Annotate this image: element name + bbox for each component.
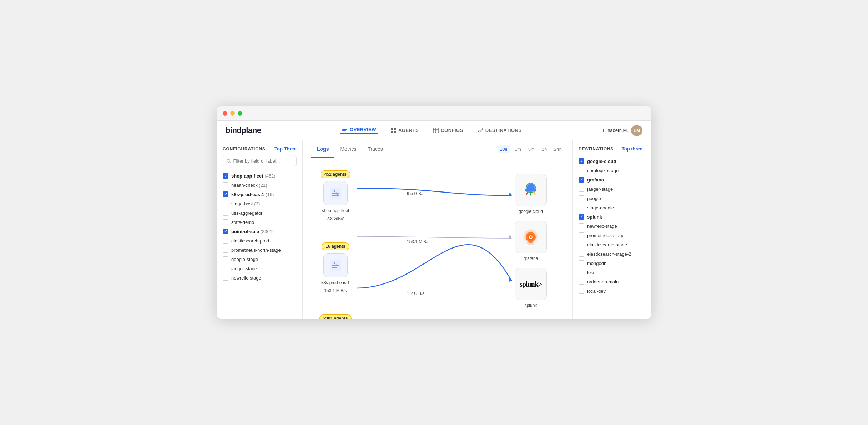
destinations-top-three-link[interactable]: Top three - xyxy=(622,146,645,152)
checkbox-uss-aggregator[interactable] xyxy=(223,210,228,216)
minimize-button[interactable] xyxy=(230,111,235,116)
dest-checkbox-newrelic-stage[interactable] xyxy=(579,223,584,229)
dest-checkbox-prometheus-stage[interactable] xyxy=(579,232,584,238)
checkbox-stats-demo[interactable] xyxy=(223,219,228,225)
time-controls: 10s 1m 5m 1h 24h xyxy=(498,145,564,153)
source-label-shop-app-fleet: shop-app-fleet xyxy=(322,208,349,213)
config-item-k8s-prod-east1[interactable]: k8s-prod-east1 (16) xyxy=(223,190,297,199)
splunk-logo-text: splunk> xyxy=(520,280,542,288)
right-sidebar: DESTINATIONS Top three - google-cloud co… xyxy=(572,140,651,319)
checkbox-newrelic-stage[interactable] xyxy=(223,275,228,281)
nav-destinations[interactable]: DESTINATIONS xyxy=(476,128,523,133)
destinations-column: google cloud xyxy=(508,170,554,308)
dest-item-grafana[interactable]: grafana xyxy=(579,175,645,184)
svg-rect-3 xyxy=(391,128,393,130)
source-k8s-prod-east1: 16 agents xyxy=(314,242,357,293)
checkbox-health-check[interactable] xyxy=(223,182,228,188)
dest-checkbox-elasticsearch-stage-2[interactable] xyxy=(579,251,584,257)
nav-overview[interactable]: OVERVIEW xyxy=(340,127,378,134)
node-box-shop-app-fleet[interactable] xyxy=(323,181,348,205)
dest-item-local-dev[interactable]: local-dev xyxy=(579,286,645,296)
config-item-stats-demo[interactable]: stats-demo xyxy=(223,217,297,227)
dest-item-loki[interactable]: loki xyxy=(579,268,645,277)
svg-line-12 xyxy=(230,162,231,163)
source-point-of-sale: 2301 agents xyxy=(314,314,357,319)
close-button[interactable] xyxy=(223,111,227,116)
dest-item-splunk[interactable]: splunk xyxy=(579,212,645,221)
checkbox-k8s-prod-east1[interactable] xyxy=(223,191,228,197)
dest-item-jaeger-stage[interactable]: jaeger-stage xyxy=(579,184,645,194)
top-three-link[interactable]: Top Three xyxy=(274,146,297,152)
nav-agents[interactable]: AGENTS xyxy=(389,128,420,133)
dest-box-google-cloud[interactable] xyxy=(515,174,547,206)
badge-k8s-prod-east1: 16 agents xyxy=(322,242,349,250)
config-item-health-check[interactable]: health-check (21) xyxy=(223,180,297,190)
dest-checkbox-coralogix-stage[interactable] xyxy=(579,168,584,173)
sidebar-title: CONFIGURATIONS xyxy=(223,147,266,152)
config-icon xyxy=(329,187,342,200)
checkbox-jaeger-stage[interactable] xyxy=(223,266,228,271)
dest-item-elasticsearch-stage[interactable]: elasticsearch-stage xyxy=(579,240,645,249)
dest-checkbox-local-dev[interactable] xyxy=(579,288,584,294)
node-box-k8s-prod-east1[interactable] xyxy=(323,253,348,277)
checkbox-prometheus-north-stage[interactable] xyxy=(223,247,228,253)
checkbox-stage-host[interactable] xyxy=(223,201,228,206)
dest-item-coralogix-stage[interactable]: coralogix-stage xyxy=(579,166,645,175)
user-avatar[interactable]: EM xyxy=(631,125,642,136)
dest-box-splunk[interactable]: splunk> xyxy=(515,268,547,300)
config-item-prometheus-north-stage[interactable]: prometheus-north-stage xyxy=(223,245,297,255)
maximize-button[interactable] xyxy=(238,111,242,116)
main-nav: OVERVIEW AGENTS CONFIGS DESTINATIONS xyxy=(340,127,523,134)
dest-checkbox-grafana[interactable] xyxy=(579,177,584,183)
dest-item-stage-google[interactable]: stage-google xyxy=(579,203,645,212)
checkbox-shop-app-fleet[interactable] xyxy=(223,173,228,179)
dest-checkbox-google-cloud[interactable] xyxy=(579,158,584,164)
time-1m[interactable]: 1m xyxy=(513,145,523,153)
time-10s[interactable]: 10s xyxy=(498,145,510,153)
search-input[interactable] xyxy=(233,158,293,164)
time-5m[interactable]: 5m xyxy=(526,145,537,153)
dest-checkbox-stage-google[interactable] xyxy=(579,205,584,210)
time-24h[interactable]: 24h xyxy=(552,145,564,153)
source-label-k8s-prod-east1: k8s-prod-east1 xyxy=(321,280,350,285)
checkbox-point-of-sale[interactable] xyxy=(223,229,228,234)
flow-wrapper: 452 agents xyxy=(314,167,561,319)
dest-item-prometheus-stage[interactable]: prometheus-stage xyxy=(579,231,645,240)
dest-checkbox-mongodb[interactable] xyxy=(579,260,584,266)
checkbox-elasticsearch-prod[interactable] xyxy=(223,238,228,244)
config-item-elasticsearch-prod[interactable]: elasticsearch-prod xyxy=(223,236,297,245)
dest-item-mongodb[interactable]: mongodb xyxy=(579,258,645,268)
dest-item-newrelic-stage[interactable]: newrelic-stage xyxy=(579,221,645,231)
tab-traces[interactable]: Traces xyxy=(362,140,389,158)
dest-item-google-cloud[interactable]: google-cloud xyxy=(579,157,645,166)
config-item-point-of-sale[interactable]: point-of-sale (2301) xyxy=(223,227,297,236)
time-1h[interactable]: 1h xyxy=(540,145,549,153)
checkbox-google-stage[interactable] xyxy=(223,256,228,262)
dest-checkbox-splunk[interactable] xyxy=(579,214,584,220)
search-box[interactable] xyxy=(223,156,297,166)
config-item-jaeger-stage[interactable]: jaeger-stage xyxy=(223,264,297,273)
config-item-google-stage[interactable]: google-stage xyxy=(223,255,297,264)
nav-configs[interactable]: CONFIGS xyxy=(432,128,465,133)
config-item-shop-app-fleet[interactable]: shop-app-fleet (452) xyxy=(223,171,297,180)
svg-rect-7 xyxy=(433,128,435,133)
config-icon-2 xyxy=(329,259,342,272)
dest-checkbox-google[interactable] xyxy=(579,195,584,201)
config-item-newrelic-stage[interactable]: newrelic-stage xyxy=(223,273,297,282)
dest-checkbox-loki[interactable] xyxy=(579,270,584,275)
rate-label-2: 153.1 MiB/s xyxy=(407,239,429,244)
dest-item-orders-db-main[interactable]: orders-db-main xyxy=(579,277,645,286)
config-item-stage-host[interactable]: stage-host (3) xyxy=(223,199,297,208)
tab-metrics[interactable]: Metrics xyxy=(334,140,362,158)
config-item-uss-aggregator[interactable]: uss-aggregator xyxy=(223,208,297,217)
dest-checkbox-elasticsearch-stage[interactable] xyxy=(579,242,584,247)
dest-box-grafana[interactable] xyxy=(515,221,547,253)
svg-point-22 xyxy=(334,190,335,192)
google-cloud-icon xyxy=(521,180,541,200)
titlebar xyxy=(217,106,651,121)
dest-checkbox-orders-db-main[interactable] xyxy=(579,279,584,285)
dest-item-elasticsearch-stage-2[interactable]: elasticsearch-stage-2 xyxy=(579,249,645,258)
dest-checkbox-jaeger-stage[interactable] xyxy=(579,186,584,192)
dest-item-google[interactable]: google xyxy=(579,194,645,203)
tab-logs[interactable]: Logs xyxy=(311,140,334,158)
